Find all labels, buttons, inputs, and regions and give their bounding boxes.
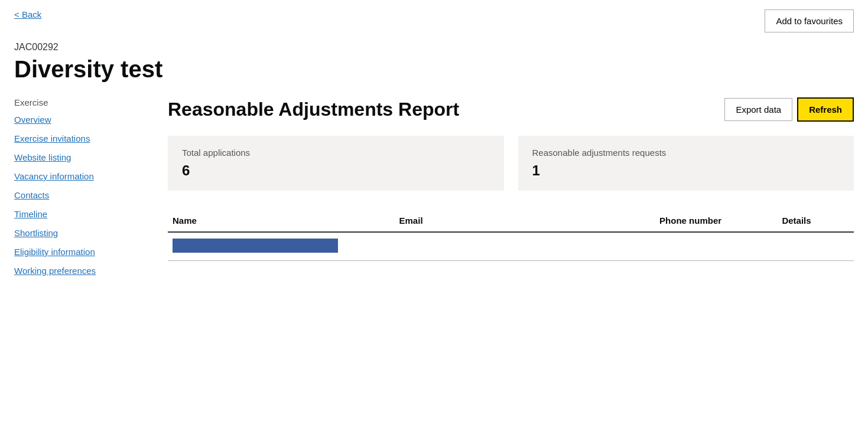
total-applications-card: Total applications 6 — [168, 136, 504, 191]
col-header-phone: Phone number — [655, 210, 777, 232]
total-applications-value: 6 — [182, 162, 490, 179]
job-reference: JAC00292 — [14, 42, 854, 53]
sidebar-section-label: Exercise — [14, 97, 144, 107]
adjustments-value: 1 — [532, 162, 840, 179]
sidebar-item-working-preferences[interactable]: Working preferences — [14, 266, 144, 276]
sidebar-item-overview[interactable]: Overview — [14, 115, 144, 125]
refresh-button[interactable]: Refresh — [797, 97, 854, 122]
table-container: Name Email Phone number Details — [168, 210, 854, 261]
sidebar: Exercise Overview Exercise invitations W… — [14, 97, 144, 276]
col-header-name: Name — [168, 210, 395, 232]
sidebar-item-timeline[interactable]: Timeline — [14, 209, 144, 220]
adjustments-label: Reasonable adjustments requests — [532, 148, 840, 158]
sidebar-item-vacancy-information[interactable]: Vacancy information — [14, 171, 144, 182]
report-title: Reasonable Adjustments Report — [168, 99, 459, 120]
col-header-email: Email — [395, 210, 655, 232]
total-applications-label: Total applications — [182, 148, 490, 158]
sidebar-item-eligibility-information[interactable]: Eligibility information — [14, 247, 144, 257]
cell-phone — [655, 232, 777, 261]
sidebar-item-exercise-invitations[interactable]: Exercise invitations — [14, 133, 144, 144]
sidebar-item-contacts[interactable]: Contacts — [14, 190, 144, 201]
stats-row: Total applications 6 Reasonable adjustme… — [168, 136, 854, 191]
sidebar-item-shortlisting[interactable]: Shortlisting — [14, 228, 144, 239]
sidebar-nav: Overview Exercise invitations Website li… — [14, 115, 144, 276]
cell-details — [777, 232, 854, 261]
adjustments-table: Name Email Phone number Details — [168, 210, 854, 261]
table-header-row: Name Email Phone number Details — [168, 210, 854, 232]
top-bar: Back Add to favourites — [0, 0, 868, 37]
cell-email — [395, 232, 655, 261]
redacted-name — [173, 239, 338, 253]
job-title: Diversity test — [14, 55, 854, 83]
content-area: Reasonable Adjustments Report Export dat… — [168, 97, 854, 276]
adjustments-card: Reasonable adjustments requests 1 — [518, 136, 854, 191]
content-header: Reasonable Adjustments Report Export dat… — [168, 97, 854, 122]
page-header: JAC00292 Diversity test — [0, 37, 868, 97]
export-data-button[interactable]: Export data — [724, 98, 792, 121]
main-layout: Exercise Overview Exercise invitations W… — [0, 97, 868, 276]
sidebar-item-website-listing[interactable]: Website listing — [14, 152, 144, 163]
add-favourites-button[interactable]: Add to favourites — [765, 9, 854, 32]
table-row — [168, 232, 854, 261]
header-actions: Export data Refresh — [724, 97, 854, 122]
col-header-details: Details — [777, 210, 854, 232]
cell-name — [168, 232, 395, 261]
back-link[interactable]: Back — [14, 9, 41, 19]
